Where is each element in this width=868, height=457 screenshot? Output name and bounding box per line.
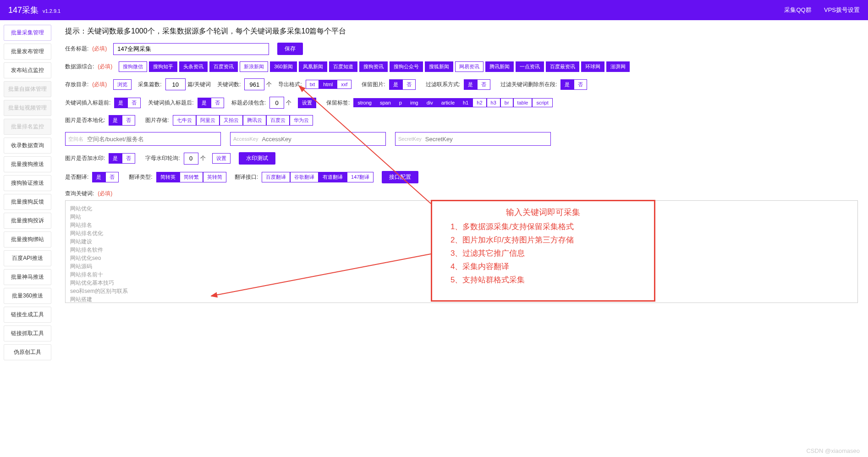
keep-img-1[interactable]: 否 [402, 79, 416, 90]
save-button[interactable]: 保存 [277, 43, 303, 55]
source-tag-9[interactable]: 搜狗公众号 [390, 61, 423, 72]
export-fmt-2[interactable]: xxf [337, 80, 352, 89]
count-input[interactable] [165, 78, 186, 90]
source-tag-12[interactable]: 腾讯新闻 [485, 61, 514, 72]
secretkey-prefix: SecretKey [398, 136, 422, 142]
source-tag-7[interactable]: 百度知道 [329, 61, 357, 72]
sidebar-item-9[interactable]: 批量搜狗反馈 [4, 194, 51, 210]
insert-pre-0[interactable]: 是 [114, 98, 127, 108]
accesskey-input[interactable] [262, 136, 383, 143]
source-tag-16[interactable]: 澎湃网 [606, 61, 630, 72]
cloud-store-5[interactable]: 华为云 [290, 115, 313, 126]
filter-del-0[interactable]: 是 [560, 79, 574, 90]
insert-post-1[interactable]: 否 [211, 98, 224, 108]
trans-yn-1[interactable]: 否 [105, 172, 119, 182]
source-tag-8[interactable]: 搜狗资讯 [359, 61, 388, 72]
img-store-label: 图片存储: [145, 116, 169, 124]
must-set-button[interactable]: 设置 [298, 98, 316, 108]
trans-api-3[interactable]: 147翻译 [347, 172, 374, 182]
contact-label: 过滤联系方式: [426, 81, 460, 88]
source-tag-4[interactable]: 新浪新闻 [240, 61, 268, 72]
insert-pre-1[interactable]: 否 [127, 98, 141, 108]
keep-tag-6[interactable]: h1 [459, 98, 472, 107]
source-tag-5[interactable]: 360新闻 [270, 61, 297, 72]
source-tag-10[interactable]: 搜狐新闻 [425, 61, 453, 72]
keep-tag-11[interactable]: script [532, 98, 552, 107]
browse-button[interactable]: 浏览 [113, 79, 132, 90]
local-yn-1[interactable]: 否 [122, 115, 135, 126]
trans-api-0[interactable]: 百度翻译 [262, 172, 290, 182]
filter-contact-0[interactable]: 是 [464, 79, 477, 90]
sidebar-item-10[interactable]: 批量搜狗投诉 [4, 213, 51, 229]
source-tag-14[interactable]: 百度最资讯 [546, 61, 579, 72]
keep-tag-5[interactable]: article [437, 98, 459, 107]
source-tag-13[interactable]: 一点资讯 [516, 61, 544, 72]
source-tag-3[interactable]: 百度资讯 [209, 61, 238, 72]
trans-type-0[interactable]: 简转英 [156, 172, 180, 182]
sidebar-item-8[interactable]: 搜狗验证推送 [4, 175, 51, 191]
annotation-box: 输入关键词即可采集 1、多数据源采集/支持保留采集格式 2、图片加水印/支持图片… [431, 200, 655, 302]
kw-count-input[interactable] [244, 78, 264, 90]
wm-set-button[interactable]: 设置 [212, 153, 231, 164]
keep-img-0[interactable]: 是 [389, 79, 402, 90]
trans-type-1[interactable]: 简转繁 [180, 172, 203, 182]
trans-cfg-button[interactable]: 接口配置 [382, 171, 418, 183]
keep-tag-9[interactable]: br [500, 98, 513, 107]
trans-api-2[interactable]: 有道翻译 [319, 172, 347, 182]
sidebar-item-14[interactable]: 批量360推送 [4, 288, 51, 304]
wm-rot-input[interactable] [184, 153, 198, 165]
export-fmt-0[interactable]: txt [306, 80, 319, 89]
filter-del-1[interactable]: 否 [574, 79, 587, 90]
source-tag-2[interactable]: 头条资讯 [179, 61, 208, 72]
wm-yn-1[interactable]: 否 [122, 153, 135, 164]
export-fmt-1[interactable]: html [319, 80, 337, 89]
keep-tag-7[interactable]: h2 [472, 98, 486, 107]
filter-contact-1[interactable]: 否 [477, 79, 490, 90]
cloud-store-4[interactable]: 百度云 [266, 115, 290, 126]
insert-post-0[interactable]: 是 [198, 98, 211, 108]
accesskey-field[interactable]: AccessKey [230, 132, 386, 146]
keep-tag-1[interactable]: span [376, 98, 395, 107]
keep-tag-2[interactable]: p [395, 98, 406, 107]
trans-api-1[interactable]: 谷歌翻译 [290, 172, 319, 182]
app-header: 147采集 v1.2.9.1 采集QQ群 VPS拨号设置 [0, 0, 868, 20]
cloud-store-2[interactable]: 又拍云 [220, 115, 243, 126]
must-count-input[interactable] [269, 97, 284, 109]
keep-tag-8[interactable]: h3 [487, 98, 500, 107]
sidebar-item-13[interactable]: 批量神马推送 [4, 269, 51, 285]
wm-yn-0[interactable]: 是 [109, 153, 122, 164]
bucket-field[interactable]: 空间名 [65, 132, 221, 146]
local-yn-0[interactable]: 是 [109, 115, 122, 126]
trans-type-2[interactable]: 英转简 [203, 172, 226, 182]
trans-yn-0[interactable]: 是 [92, 172, 105, 182]
source-tag-15[interactable]: 环球网 [581, 61, 604, 72]
secretkey-field[interactable]: SecretKey [395, 132, 551, 146]
sidebar-item-6[interactable]: 收录数据查询 [4, 138, 51, 154]
source-tag-1[interactable]: 搜狗知乎 [149, 61, 177, 72]
sidebar-item-7[interactable]: 批量搜狗推送 [4, 156, 51, 172]
wm-test-button[interactable]: 水印测试 [239, 152, 275, 165]
cloud-store-0[interactable]: 七牛云 [173, 115, 196, 126]
sidebar-item-15[interactable]: 链接生成工具 [4, 307, 51, 323]
cloud-store-1[interactable]: 阿里云 [196, 115, 220, 126]
source-tag-11[interactable]: 网易资讯 [455, 61, 483, 72]
source-tag-6[interactable]: 凤凰新闻 [299, 61, 327, 72]
secretkey-input[interactable] [425, 136, 548, 143]
link-qq-group[interactable]: 采集QQ群 [784, 6, 811, 13]
sidebar-item-11[interactable]: 批量搜狗绑站 [4, 231, 51, 248]
sidebar-item-17[interactable]: 伪原创工具 [4, 344, 51, 360]
sidebar-item-12[interactable]: 百度API推送 [4, 250, 51, 266]
sidebar-item-1[interactable]: 批量发布管理 [4, 44, 51, 60]
keep-tag-4[interactable]: div [423, 98, 437, 107]
sidebar-item-16[interactable]: 链接抓取工具 [4, 325, 51, 341]
keep-tag-3[interactable]: img [406, 98, 423, 107]
source-tag-0[interactable]: 搜狗微信 [119, 61, 147, 72]
sidebar-item-0[interactable]: 批量采集管理 [4, 25, 51, 41]
cloud-store-3[interactable]: 腾讯云 [243, 115, 266, 126]
bucket-input[interactable] [87, 136, 218, 143]
sidebar-item-2[interactable]: 发布站点监控 [4, 62, 51, 78]
keep-tag-10[interactable]: table [513, 98, 533, 107]
task-title-input[interactable] [113, 43, 269, 55]
link-vps-dial[interactable]: VPS拨号设置 [824, 6, 860, 13]
keep-tag-0[interactable]: strong [353, 98, 376, 107]
